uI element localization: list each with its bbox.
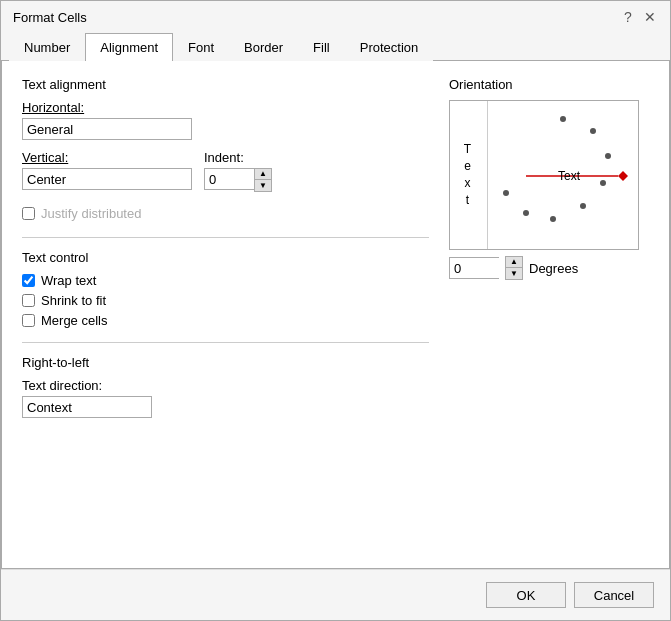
dot-6 bbox=[550, 216, 556, 222]
text-control-section: Text control Wrap text Shrink to fit Mer… bbox=[22, 237, 429, 328]
shrink-to-fit-label[interactable]: Shrink to fit bbox=[41, 293, 106, 308]
rtl-section: Right-to-left Text direction: Context Le… bbox=[22, 342, 429, 418]
indent-spin-down[interactable]: ▼ bbox=[255, 180, 271, 191]
text-direction-field-group: Text direction: Context Left-to-Right Ri… bbox=[22, 378, 429, 418]
indent-input[interactable] bbox=[204, 168, 254, 190]
indent-spin-buttons: ▲ ▼ bbox=[254, 168, 272, 192]
dot-7 bbox=[523, 210, 529, 216]
horizontal-label: Horizontal: bbox=[22, 100, 429, 115]
vertical-select[interactable]: Top Center Bottom Justify Distributed bbox=[22, 168, 192, 190]
tab-font[interactable]: Font bbox=[173, 33, 229, 61]
horizontal-select[interactable]: General Left (Indent) Center Right (Inde… bbox=[22, 118, 192, 140]
tab-alignment[interactable]: Alignment bbox=[85, 33, 173, 61]
dot-2 bbox=[590, 128, 596, 134]
orientation-vertical-text: T e x t bbox=[450, 101, 488, 249]
indent-label: Indent: bbox=[204, 150, 272, 165]
degrees-spin-down[interactable]: ▼ bbox=[506, 268, 522, 279]
help-button[interactable]: ? bbox=[620, 9, 636, 25]
degrees-label: Degrees bbox=[529, 261, 578, 276]
cancel-button[interactable]: Cancel bbox=[574, 582, 654, 608]
vertical-label: Vertical: bbox=[22, 150, 192, 165]
vertical-select-wrapper: Top Center Bottom Justify Distributed bbox=[22, 168, 192, 190]
ok-button[interactable]: OK bbox=[486, 582, 566, 608]
justify-distributed-row: Justify distributed bbox=[22, 206, 429, 221]
wrap-text-row: Wrap text bbox=[22, 273, 429, 288]
merge-cells-checkbox[interactable] bbox=[22, 314, 35, 327]
dot-4 bbox=[600, 180, 606, 186]
horizontal-select-wrapper: General Left (Indent) Center Right (Inde… bbox=[22, 118, 192, 140]
orientation-box: T e x t bbox=[449, 100, 639, 250]
orientation-svg: Text bbox=[488, 101, 638, 249]
indent-spin: ▲ ▼ bbox=[204, 168, 272, 192]
wrap-text-checkbox[interactable] bbox=[22, 274, 35, 287]
title-bar-controls: ? ✕ bbox=[620, 9, 658, 25]
tab-border[interactable]: Border bbox=[229, 33, 298, 61]
text-control-section-title: Text control bbox=[22, 250, 429, 265]
dot-1 bbox=[560, 116, 566, 122]
rtl-section-title: Right-to-left bbox=[22, 355, 429, 370]
dialog-footer: OK Cancel bbox=[1, 569, 670, 620]
main-area: Text alignment Horizontal: General Left … bbox=[22, 77, 649, 552]
degrees-input[interactable] bbox=[449, 257, 499, 279]
wrap-text-label[interactable]: Wrap text bbox=[41, 273, 96, 288]
vertical-field-group: Vertical: Top Center Bottom Justify Dist… bbox=[22, 150, 192, 190]
shrink-to-fit-row: Shrink to fit bbox=[22, 293, 429, 308]
tab-bar: Number Alignment Font Border Fill Protec… bbox=[1, 33, 670, 61]
merge-cells-label[interactable]: Merge cells bbox=[41, 313, 107, 328]
degrees-spin-up[interactable]: ▲ bbox=[506, 257, 522, 268]
dot-5 bbox=[580, 203, 586, 209]
orientation-diagram: Text bbox=[488, 101, 638, 249]
line-end-diamond bbox=[618, 171, 628, 181]
justify-distributed-checkbox[interactable] bbox=[22, 207, 35, 220]
text-direction-select-wrapper: Context Left-to-Right Right-to-Left bbox=[22, 396, 152, 418]
orientation-text: Text bbox=[558, 169, 581, 183]
tab-fill[interactable]: Fill bbox=[298, 33, 345, 61]
text-direction-select[interactable]: Context Left-to-Right Right-to-Left bbox=[22, 396, 152, 418]
merge-cells-row: Merge cells bbox=[22, 313, 429, 328]
text-alignment-section-title: Text alignment bbox=[22, 77, 429, 92]
indent-spin-up[interactable]: ▲ bbox=[255, 169, 271, 180]
right-panel: Orientation T e x t bbox=[449, 77, 649, 552]
dialog-title: Format Cells bbox=[13, 10, 87, 25]
shrink-to-fit-checkbox[interactable] bbox=[22, 294, 35, 307]
left-panel: Text alignment Horizontal: General Left … bbox=[22, 77, 429, 552]
degrees-spin-buttons: ▲ ▼ bbox=[505, 256, 523, 280]
tab-number[interactable]: Number bbox=[9, 33, 85, 61]
dot-8 bbox=[503, 190, 509, 196]
horizontal-field-group: Horizontal: General Left (Indent) Center… bbox=[22, 100, 429, 140]
justify-distributed-label[interactable]: Justify distributed bbox=[41, 206, 141, 221]
text-direction-label: Text direction: bbox=[22, 378, 429, 393]
dot-3 bbox=[605, 153, 611, 159]
orientation-section-title: Orientation bbox=[449, 77, 649, 92]
title-bar: Format Cells ? ✕ bbox=[1, 1, 670, 33]
tab-protection[interactable]: Protection bbox=[345, 33, 434, 61]
degrees-row: ▲ ▼ Degrees bbox=[449, 256, 649, 280]
indent-input-group: Indent: ▲ ▼ bbox=[204, 150, 272, 192]
close-button[interactable]: ✕ bbox=[642, 9, 658, 25]
format-cells-dialog: Format Cells ? ✕ Number Alignment Font B… bbox=[0, 0, 671, 621]
vertical-indent-group: Vertical: Top Center Bottom Justify Dist… bbox=[22, 150, 429, 200]
tab-content: Text alignment Horizontal: General Left … bbox=[1, 61, 670, 569]
